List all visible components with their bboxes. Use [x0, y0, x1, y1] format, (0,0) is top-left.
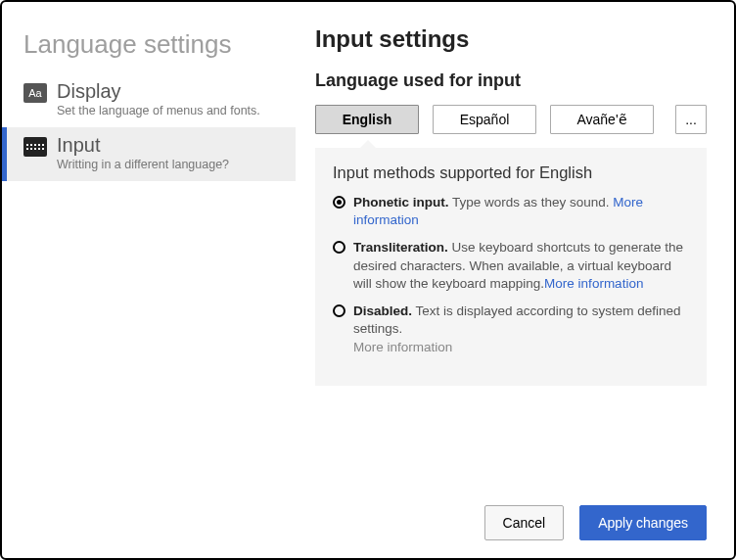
section-title: Language used for input [315, 70, 707, 91]
main-panel: Input settings Language used for input E… [296, 2, 734, 558]
keyboard-icon [23, 137, 47, 157]
sidebar-item-display[interactable]: Aa Display Set the language of menus and… [2, 73, 296, 127]
method-desc: Type words as they sound. [449, 195, 614, 210]
radio-transliteration[interactable] [333, 241, 345, 254]
sidebar-title: Language settings [2, 22, 296, 73]
more-info-link-disabled: More information [353, 340, 452, 354]
method-phonetic[interactable]: Phonetic input. Type words as they sound… [333, 194, 689, 229]
radio-phonetic[interactable] [333, 196, 345, 209]
method-body: Phonetic input. Type words as they sound… [353, 194, 689, 229]
radio-disabled[interactable] [333, 304, 345, 317]
sidebar-item-label: Input [57, 134, 229, 156]
lang-tab-english[interactable]: English [315, 105, 419, 134]
method-body: Disabled. Text is displayed according to… [353, 303, 689, 356]
sidebar: Language settings Aa Display Set the lan… [2, 2, 296, 558]
sidebar-item-desc: Set the language of menus and fonts. [57, 104, 260, 117]
method-label: Transliteration. [353, 240, 448, 255]
method-disabled[interactable]: Disabled. Text is displayed according to… [333, 303, 689, 356]
method-transliteration[interactable]: Transliteration. Use keyboard shortcuts … [333, 239, 689, 293]
apply-button[interactable]: Apply changes [579, 505, 707, 540]
more-info-link[interactable]: More information [544, 276, 643, 291]
footer-buttons: Cancel Apply changes [315, 486, 707, 540]
language-tabs: English Español Avañe'ẽ ... [315, 105, 707, 134]
lang-tab-more[interactable]: ... [675, 105, 707, 134]
method-label: Phonetic input. [353, 195, 449, 210]
method-label: Disabled. [353, 303, 412, 318]
text-aa-icon: Aa [23, 83, 47, 103]
sidebar-item-input[interactable]: Input Writting in a different language? [2, 127, 296, 181]
lang-tab-avane[interactable]: Avañe'ẽ [550, 105, 654, 134]
lang-tab-espanol[interactable]: Español [433, 105, 536, 134]
sidebar-item-label: Display [57, 80, 260, 102]
cancel-button[interactable]: Cancel [484, 505, 565, 540]
page-title: Input settings [315, 25, 707, 53]
methods-panel: Input methods supported for English Phon… [315, 148, 707, 386]
method-body: Transliteration. Use keyboard shortcuts … [353, 239, 689, 293]
sidebar-item-desc: Writting in a different language? [57, 158, 229, 171]
methods-title: Input methods supported for English [333, 163, 689, 182]
